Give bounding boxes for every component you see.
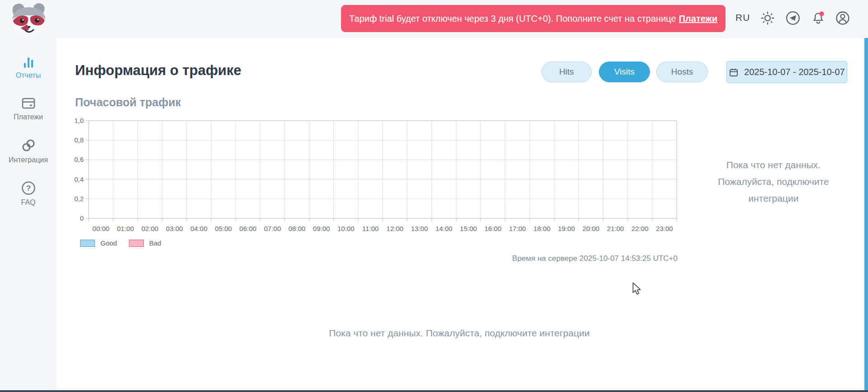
svg-text:02:00: 02:00 — [142, 225, 159, 232]
svg-text:23:00: 23:00 — [656, 225, 673, 232]
profile-button[interactable] — [835, 10, 850, 26]
sidebar-item-payments[interactable]: Платежи — [0, 96, 57, 121]
no-data-line: Пока что нет данных. — [699, 156, 848, 173]
question-circle-icon: ? — [21, 180, 36, 196]
vertical-scrollbar[interactable] — [864, 38, 868, 392]
bar-chart-icon — [21, 55, 36, 69]
link-icon — [20, 138, 37, 153]
telegram-button[interactable] — [785, 10, 801, 26]
svg-text:22:00: 22:00 — [631, 225, 649, 232]
banner-payments-link[interactable]: Платежи — [679, 14, 717, 24]
svg-text:03:00: 03:00 — [166, 225, 183, 232]
svg-text:14:00: 14:00 — [436, 225, 453, 232]
top-header: Тариф trial будет отключен через 3 дня (… — [0, 0, 868, 38]
sidebar-item-reports[interactable]: Отчеты — [0, 55, 57, 80]
no-data-line: Пожалуйста, подключите — [699, 173, 848, 190]
page-title: Информация о трафике — [75, 62, 242, 79]
legend-swatch-bad — [129, 240, 144, 247]
svg-text:09:00: 09:00 — [313, 225, 330, 232]
telegram-icon — [785, 10, 801, 26]
sun-icon — [760, 10, 775, 26]
user-icon — [835, 10, 850, 26]
date-range-value: 2025-10-07 - 2025-10-07 — [744, 67, 844, 77]
legend-swatch-good — [80, 240, 95, 247]
hosts-button[interactable]: Hosts — [656, 61, 708, 82]
svg-text:0: 0 — [80, 214, 84, 222]
svg-text:13:00: 13:00 — [411, 225, 428, 232]
svg-text:07:00: 07:00 — [264, 225, 281, 232]
calendar-icon — [729, 67, 739, 77]
svg-text:08:00: 08:00 — [289, 225, 306, 232]
sidebar-item-label: Отчеты — [0, 71, 57, 80]
svg-text:0,4: 0,4 — [74, 175, 84, 183]
visits-button[interactable]: Visits — [599, 61, 650, 82]
svg-text:04:00: 04:00 — [190, 225, 208, 232]
svg-text:0,8: 0,8 — [74, 136, 84, 144]
svg-text:17:00: 17:00 — [509, 225, 526, 232]
trial-warning-banner: Тариф trial будет отключен через 3 дня (… — [341, 5, 726, 32]
svg-text:21:00: 21:00 — [607, 225, 624, 232]
sidebar-nav: Отчеты Платежи Интеграция ? FAQ — [0, 38, 57, 392]
svg-text:0,2: 0,2 — [74, 195, 84, 203]
credit-card-icon — [20, 96, 37, 110]
legend-label-good: Good — [100, 239, 117, 247]
sidebar-item-integration[interactable]: Интеграция — [0, 138, 57, 164]
theme-toggle-button[interactable] — [760, 10, 775, 26]
svg-text:1,0: 1,0 — [74, 118, 84, 124]
svg-text:19:00: 19:00 — [558, 225, 575, 232]
no-data-message-side: Пока что нет данных. Пожалуйста, подключ… — [699, 156, 848, 207]
legend-label-bad: Bad — [149, 239, 161, 247]
svg-text:06:00: 06:00 — [239, 225, 256, 232]
raccoon-logo-icon — [7, 2, 51, 37]
bell-icon — [811, 10, 826, 26]
svg-text:18:00: 18:00 — [533, 225, 550, 232]
svg-text:05:00: 05:00 — [215, 225, 232, 232]
notifications-button[interactable] — [811, 10, 826, 26]
banner-text: Тариф trial будет отключен через 3 дня (… — [349, 14, 676, 24]
svg-text:01:00: 01:00 — [117, 225, 134, 232]
sidebar-item-label: Платежи — [0, 113, 57, 121]
section-title: Почасовой трафик — [75, 96, 181, 109]
server-time: Время на сервере 2025-10-07 14:53:25 UTC… — [512, 254, 678, 263]
svg-text:10:00: 10:00 — [337, 225, 355, 232]
hits-button[interactable]: Hits — [541, 61, 592, 82]
sidebar-item-label: Интеграция — [0, 156, 57, 164]
hourly-traffic-chart: 00,20,40,60,81,000:0001:0002:0003:0004:0… — [72, 118, 683, 233]
svg-text:20:00: 20:00 — [583, 225, 600, 232]
svg-text:?: ? — [26, 184, 30, 193]
sidebar-item-faq[interactable]: ? FAQ — [0, 180, 57, 207]
no-data-line: интеграции — [699, 190, 848, 207]
svg-text:12:00: 12:00 — [386, 225, 403, 232]
svg-text:16:00: 16:00 — [484, 225, 502, 232]
sidebar-item-label: FAQ — [0, 198, 57, 207]
bottom-border-bar — [0, 390, 868, 392]
language-switcher[interactable]: RU — [735, 12, 750, 23]
app-logo-raccoon[interactable] — [7, 2, 51, 37]
notification-dot — [819, 11, 824, 16]
no-data-message-bottom: Пока что нет данных. Пожалуйста, подключ… — [57, 328, 862, 339]
chart-legend: Good Bad — [80, 239, 167, 247]
svg-text:15:00: 15:00 — [460, 225, 477, 232]
date-range-picker[interactable]: 2025-10-07 - 2025-10-07 — [726, 61, 847, 83]
svg-text:11:00: 11:00 — [362, 225, 379, 232]
svg-text:0,6: 0,6 — [74, 156, 84, 163]
svg-text:00:00: 00:00 — [92, 225, 109, 232]
